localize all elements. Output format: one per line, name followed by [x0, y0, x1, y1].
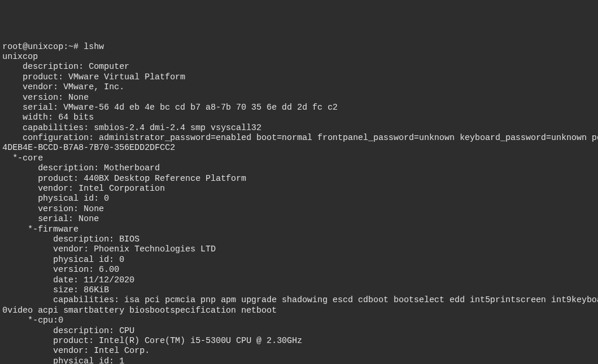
output-line: description: CPU [2, 326, 134, 335]
output-line: width: 64 bits [2, 113, 94, 122]
output-line: 0video acpi smartbattery biosbootspecifi… [2, 306, 277, 315]
output-line: vendor: VMware, Inc. [2, 82, 124, 92]
output-line: vendor: Intel Corp. [2, 346, 150, 355]
output-line: physical id: 1 [2, 356, 124, 364]
output-line: capabilities: isa pci pcmcia pnp apm upg… [2, 295, 598, 304]
output-line: version: None [2, 204, 104, 214]
output-line: description: Motherboard [2, 163, 160, 173]
shell-prompt: root@unixcop:~# [2, 42, 84, 51]
output-line: *-cpu:0 [2, 316, 63, 325]
output-line: *-firmware [2, 225, 79, 234]
command-text: lshw [84, 42, 104, 51]
output-line: product: VMware Virtual Platform [2, 72, 185, 82]
output-line: version: 6.00 [2, 265, 119, 274]
prompt-line: root@unixcop:~# lshw [2, 42, 104, 51]
output-line: physical id: 0 [2, 194, 109, 203]
output-line: vendor: Phoenix Technologies LTD [2, 244, 215, 254]
output-line: configuration: administrator_password=en… [2, 133, 598, 142]
output-line: version: None [2, 93, 89, 102]
output-line: product: 440BX Desktop Reference Platfor… [2, 174, 246, 183]
output-line: 4DEB4E-BCCD-B7A8-7B70-356EDD2DFCC2 [2, 143, 175, 152]
output-line: description: Computer [2, 62, 130, 71]
output-line: size: 86KiB [2, 285, 109, 295]
output-line: capabilities: smbios-2.4 dmi-2.4 smp vsy… [2, 123, 262, 132]
output-line: vendor: Intel Corporation [2, 184, 165, 193]
output-line: description: BIOS [2, 235, 140, 244]
output-line: product: Intel(R) Core(TM) i5-5300U CPU … [2, 336, 302, 345]
output-line: *-core [2, 153, 43, 163]
output-line: physical id: 0 [2, 255, 124, 264]
output-line: date: 11/12/2020 [2, 275, 134, 285]
output-line: serial: None [2, 214, 99, 223]
output-line: serial: VMware-56 4d eb 4e bc cd b7 a8-7… [2, 103, 338, 112]
output-line: unixcop [2, 52, 38, 61]
terminal-output[interactable]: root@unixcop:~# lshw unixcop description… [0, 41, 598, 364]
